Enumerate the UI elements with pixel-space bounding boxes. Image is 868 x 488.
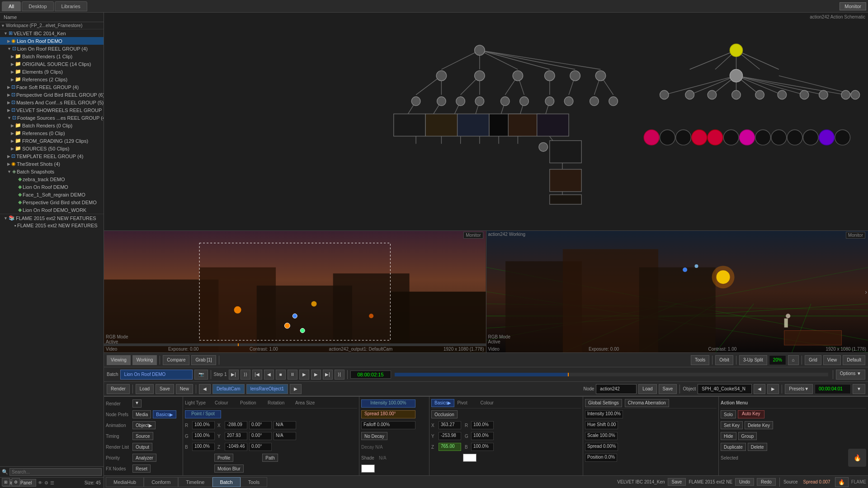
options-btn[interactable]: Options ▼ xyxy=(836,370,865,380)
load-btn-2[interactable]: Load xyxy=(638,384,656,394)
default-btn[interactable]: Default xyxy=(843,355,865,365)
r-value[interactable]: 100.0% xyxy=(192,421,215,429)
grab-btn[interactable]: Grab [1] xyxy=(191,355,216,365)
tab-mediahub[interactable]: MediaHub xyxy=(106,477,144,487)
tree-elements[interactable]: ▶ 📁 Elements (9 Clips) xyxy=(0,68,104,75)
batch-name-btn[interactable]: Lion On Roof DEMO xyxy=(120,370,193,380)
media-btn[interactable]: Media xyxy=(132,410,151,418)
orbit-btn[interactable]: Orbit xyxy=(715,355,733,365)
tree-original-source[interactable]: ▶ 📁 ORIGINAL SOURCE (14 Clips) xyxy=(0,60,104,68)
solo-btn[interactable]: Solo xyxy=(721,410,736,418)
z-pos-value[interactable]: -1049.46 xyxy=(225,443,247,451)
play-pause-btn[interactable]: ⏸ xyxy=(288,370,297,380)
prev-frame-btn[interactable]: |◀ xyxy=(252,370,262,380)
falloff-value[interactable]: Falloff 0.00% xyxy=(361,421,415,429)
tab-desktop[interactable]: Desktop xyxy=(22,1,53,11)
end-btn[interactable]: ⟩| xyxy=(335,370,344,380)
object-name-field[interactable]: SPH_40_CookeS4_N xyxy=(698,384,752,394)
tree-pgb-snap[interactable]: ◆ Perspective Grid Bird shot DEMO xyxy=(0,198,104,206)
delete-btn[interactable]: Delete xyxy=(748,443,767,451)
save-btn-2[interactable]: Save xyxy=(659,384,677,394)
tree-thestreet[interactable]: ▶ ◉ TheStreet Shots (4) xyxy=(0,160,104,168)
spread-value[interactable]: Spread 180.00° xyxy=(361,410,415,418)
viewport-right[interactable]: Monitor xyxy=(486,231,868,352)
time-field-2[interactable]: 00:00:04:01 xyxy=(815,384,851,394)
x-pos-value[interactable]: -288.09 xyxy=(225,421,247,429)
tree-batch-snapshots[interactable]: ▼ ◈ Batch Snapshots xyxy=(0,168,104,175)
hide-btn[interactable]: Hide xyxy=(721,432,736,440)
y-rot-value[interactable]: 0.00° xyxy=(249,432,272,440)
tab-batch[interactable]: Batch xyxy=(212,477,241,487)
tree-reel-group-1[interactable]: ▼ ⊡ Lion On Roof REEL GROUP (4) xyxy=(0,45,104,52)
cam-select-left[interactable]: ◀ xyxy=(199,384,211,394)
tab-libraries[interactable]: Libraries xyxy=(55,1,87,11)
intensity-global-val[interactable]: Intensity 100.0% xyxy=(585,410,623,418)
view-btn[interactable]: View xyxy=(823,355,841,365)
right-arrow-icon[interactable]: › xyxy=(865,288,867,296)
tree-flame-features[interactable]: ▪ FLAME 2015 ext2 NEW FEATURES xyxy=(0,222,104,229)
source-btn[interactable]: Source xyxy=(132,432,153,440)
path-btn[interactable]: Path xyxy=(262,454,278,462)
position-global-val[interactable]: Position 0.0% xyxy=(585,454,617,462)
tree-references[interactable]: ▶ 📁 References (2 Clips) xyxy=(0,75,104,83)
save-status-btn[interactable]: Save xyxy=(668,478,686,486)
zoom-icon[interactable]: ⌂ xyxy=(788,355,799,365)
node-graph-area[interactable]: action242 Action Schematic xyxy=(104,13,868,231)
search-input[interactable] xyxy=(9,468,102,476)
basics-btn[interactable]: Basics ▶ xyxy=(153,410,176,418)
bottom-icon-1[interactable]: ⊞ xyxy=(2,478,10,486)
save-btn-1[interactable]: Save xyxy=(156,384,174,394)
layout-btn[interactable]: 3-Up Split xyxy=(739,355,767,365)
tab-tools[interactable]: Tools xyxy=(241,477,268,487)
z-pivot-val[interactable]: 765.00 xyxy=(439,443,461,451)
profile-btn[interactable]: Profile xyxy=(214,454,233,462)
object-btn[interactable]: Object ▶ xyxy=(132,421,156,429)
batch-timeline[interactable] xyxy=(395,373,828,376)
intensity-value[interactable]: Intensity 100.00% xyxy=(361,399,415,408)
tree-masters[interactable]: ▶ ⊡ Masters And Conf...s REEL GROUP (5) xyxy=(0,99,104,106)
color-swatch-2[interactable] xyxy=(463,454,476,462)
new-btn[interactable]: New xyxy=(176,384,193,394)
default-cam-tab[interactable]: DefaultCam xyxy=(212,384,245,394)
next-obj-btn[interactable]: ▶ xyxy=(767,384,779,394)
b-col-val[interactable]: 100.0% xyxy=(471,443,494,451)
frame-fwd-btn[interactable]: ▶ xyxy=(311,370,321,380)
tree-face-snap[interactable]: ◆ Face_1_Soft_regrain DEMO xyxy=(0,191,104,198)
tree-lion-snap[interactable]: ◆ Lion On Roof DEMO xyxy=(0,183,104,191)
viewing-btn[interactable]: Viewing xyxy=(107,355,131,365)
monitor-button[interactable]: Monitor xyxy=(840,2,866,10)
tree-batch-renders[interactable]: ▶ 📁 Batch Renders (1 Clip) xyxy=(0,52,104,60)
cam-select-right[interactable]: ▶ xyxy=(290,384,302,394)
auto-key-btn[interactable]: Auto Key xyxy=(738,410,764,418)
step-end-btn[interactable]: ⟩⟩ xyxy=(241,370,250,380)
zoom-field[interactable]: 20% xyxy=(769,355,786,365)
group-btn[interactable]: Group xyxy=(738,432,757,440)
redo-btn[interactable]: Redo xyxy=(757,478,776,486)
flame-btn[interactable]: 🔥 xyxy=(835,477,849,487)
scale-val[interactable]: Scale 100.0% xyxy=(585,432,618,440)
bottom-icon-2[interactable]: ⚙ xyxy=(12,478,20,486)
z-rot-value[interactable]: 0.00° xyxy=(249,443,272,451)
load-btn-1[interactable]: Load xyxy=(136,384,154,394)
tree-sources[interactable]: ▶ 📁 SOURCES (50 Clips) xyxy=(0,145,104,152)
tree-lion-on-roof-demo[interactable]: ▶ ◉ Lion On Roof DEMO xyxy=(0,37,104,45)
tree-template[interactable]: ▶ ⊡ TEMPLATE REEL GROUP (4) xyxy=(0,152,104,160)
duplicate-btn[interactable]: Duplicate xyxy=(721,443,746,451)
y-pos-value[interactable]: 207.93 xyxy=(225,432,247,440)
tree-references-0[interactable]: ▶ 📁 References (0 Clip) xyxy=(0,129,104,137)
delete-key-btn[interactable]: Delete Key xyxy=(745,421,773,429)
screenshot-btn[interactable]: 📷 xyxy=(194,370,208,380)
color-swatch[interactable] xyxy=(361,465,375,473)
tree-perspective-grid[interactable]: ▶ ⊡ Perspective Grid Bird REEL GROUP (6) xyxy=(0,91,104,99)
tab-all[interactable]: All xyxy=(2,1,21,11)
r-col-val[interactable]: 100.0% xyxy=(471,421,494,429)
tree-showreels[interactable]: ▶ ⊡ VELVET SHOWREELS REEL GROUP (3) xyxy=(0,106,104,114)
output-btn[interactable]: Output xyxy=(132,443,152,451)
set-key-btn[interactable]: Set Key xyxy=(721,421,743,429)
frame-back-btn[interactable]: ◀ xyxy=(264,370,274,380)
presets-btn[interactable]: Presets ▼ xyxy=(785,384,813,394)
tools-btn[interactable]: Tools xyxy=(691,355,709,365)
tree-velvet-ibc[interactable]: ▼ ⊞ VELVET IBC 2014_Ken xyxy=(0,29,104,37)
point-spot-btn[interactable]: Point / Spot xyxy=(185,410,221,418)
tree-from-grading[interactable]: ▶ 📁 FROM_GRADING (129 Clips) xyxy=(0,137,104,145)
